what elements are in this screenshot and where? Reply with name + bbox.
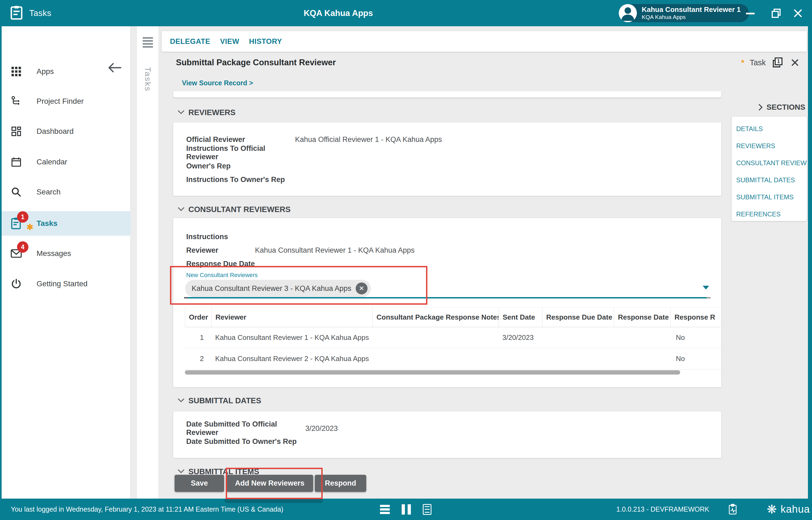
chip-remove-icon[interactable]: ✕ xyxy=(356,283,368,294)
column-header[interactable]: Consultant Package Response Notes xyxy=(372,308,499,327)
list-view-icon[interactable] xyxy=(380,505,390,514)
column-header[interactable]: Response Due Date xyxy=(542,308,614,327)
title-bar: Tasks KQA Kahua Apps Kahua Consultant Re… xyxy=(0,0,812,26)
sections-link-references[interactable]: REFERENCES xyxy=(732,206,807,223)
close-task-icon[interactable] xyxy=(789,57,800,68)
minimize-button[interactable] xyxy=(742,0,758,26)
task-meta: * Task 1 xyxy=(741,56,800,69)
split-view-icon[interactable] xyxy=(402,504,411,515)
sidebar-item-label: Search xyxy=(36,188,61,197)
window-title: KQA Kahua Apps xyxy=(304,0,373,26)
dropdown-caret-icon[interactable] xyxy=(703,286,709,289)
sections-link-submittal-dates[interactable]: SUBMITTAL DATES xyxy=(732,172,807,188)
table-row[interactable]: 1 Kahua Consultant Reviewer 1 - KQA Kahu… xyxy=(185,327,721,348)
avatar xyxy=(619,4,637,22)
task-menubar: DELEGATE VIEW HISTORY xyxy=(162,31,807,52)
field-value: 3/20/2023 xyxy=(305,424,338,433)
user-menu[interactable]: Kahua Consultant Reviewer 1 KQA Kahua Ap… xyxy=(619,4,749,22)
user-org: KQA Kahua Apps xyxy=(642,14,741,20)
respond-button[interactable]: Respond xyxy=(315,475,366,492)
tasks-panel-label[interactable]: Tasks xyxy=(143,67,152,92)
consultant-reviewers-card: Instructions ReviewerKahua Consultant Re… xyxy=(173,218,721,387)
field-label: Official Reviewer xyxy=(186,135,295,144)
consultant-reviewers-table: Order Reviewer Consultant Package Respon… xyxy=(185,307,721,369)
field-label: Date Submitted To Official Reviewer xyxy=(186,420,305,437)
field-label: Instructions To Owner's Rep xyxy=(186,176,295,184)
sidebar-item-tasks[interactable]: 1 ✱ Tasks xyxy=(2,211,131,236)
sections-nav-title[interactable]: SECTIONS xyxy=(758,103,805,111)
section-header-consultant-reviewers[interactable]: CONSULTANT REVIEWERS xyxy=(177,205,291,214)
table-row[interactable]: 2 Kahua Consultant Reviewer 2 - KQA Kahu… xyxy=(185,348,721,369)
sections-link-consultant-reviewers[interactable]: CONSULTANT REVIEW… xyxy=(732,154,807,172)
sidebar-item-search[interactable]: Search xyxy=(2,180,131,204)
search-icon xyxy=(10,186,23,198)
page-title: Submittal Package Consultant Reviewer xyxy=(176,58,336,68)
sidebar-item-dashboard[interactable]: Dashboard xyxy=(2,119,131,144)
column-header[interactable]: Reviewer xyxy=(212,308,372,327)
sidebar-item-label: Tasks xyxy=(36,219,57,228)
section-header-reviewers[interactable]: REVIEWERS xyxy=(177,108,235,117)
field-label: Instructions To Official Reviewer xyxy=(186,145,295,161)
required-marker: * xyxy=(741,58,744,67)
sections-link-reviewers[interactable]: REVIEWERS xyxy=(732,137,807,154)
restore-button[interactable] xyxy=(768,0,784,26)
panel-menu-icon[interactable] xyxy=(143,37,153,49)
menu-delegate[interactable]: DELEGATE xyxy=(170,37,210,46)
tasks-badge: 1 xyxy=(17,211,28,223)
menu-view[interactable]: VIEW xyxy=(220,37,239,46)
add-new-reviewers-button[interactable]: Add New Reviewers xyxy=(226,475,313,492)
sidebar-item-label: Calendar xyxy=(36,158,67,166)
section-header-submittal-dates[interactable]: SUBMITTAL DATES xyxy=(177,396,261,405)
field-label: Date Submitted To Owner's Rep xyxy=(186,437,305,446)
scrollbar-thumb[interactable] xyxy=(185,370,680,374)
chevron-down-icon xyxy=(177,110,185,115)
field-label: Reviewer xyxy=(186,246,255,255)
column-header[interactable]: Response R xyxy=(670,308,721,327)
sidebar-item-label: Dashboard xyxy=(36,127,74,136)
diagnostics-clipboard-icon[interactable] xyxy=(728,499,737,520)
sections-link-details[interactable]: DETAILS xyxy=(732,120,807,137)
sidebar-item-label: Getting Started xyxy=(36,280,87,288)
chevron-down-icon xyxy=(177,469,185,474)
right-edge-accent xyxy=(808,26,812,499)
chevron-right-icon xyxy=(758,104,763,111)
combobox-underline xyxy=(184,297,710,298)
sidebar-item-label: Project Finder xyxy=(36,97,84,106)
column-header[interactable]: Order xyxy=(185,308,212,327)
reviewers-card: Official ReviewerKahua Official Reviewer… xyxy=(173,123,721,196)
sections-link-submittal-items[interactable]: SUBMITTAL ITEMS xyxy=(732,188,807,206)
log-view-icon[interactable] xyxy=(423,504,431,515)
chevron-down-icon xyxy=(177,398,185,403)
save-button[interactable]: Save xyxy=(175,475,224,492)
last-login-message: You last logged in Wednesday, February 1… xyxy=(11,499,283,520)
tasks-panel-strip: Tasks xyxy=(137,26,158,499)
chip-label: Kahua Consultant Reviewer 3 - KQA Kahua … xyxy=(192,284,351,293)
close-window-button[interactable] xyxy=(790,0,806,26)
sidebar-item-getting-started[interactable]: Getting Started xyxy=(2,271,131,296)
table-horizontal-scrollbar[interactable] xyxy=(185,370,721,374)
column-header[interactable]: Sent Date xyxy=(499,308,542,327)
power-icon xyxy=(10,278,23,290)
tasks-new-marker: ✱ xyxy=(27,223,33,232)
sections-nav-card: DETAILS REVIEWERS CONSULTANT REVIEW… SUB… xyxy=(732,116,807,221)
column-header[interactable]: Response Date xyxy=(614,308,670,327)
kahua-logo: ❋ kahua xyxy=(767,499,810,520)
kahua-snowflake-icon: ❋ xyxy=(767,503,777,515)
project-finder-icon xyxy=(10,95,23,107)
sidebar-item-messages[interactable]: 4 Messages xyxy=(2,241,131,266)
sidebar-item-apps[interactable]: Apps xyxy=(2,59,131,84)
app-title: Tasks xyxy=(29,8,51,18)
chevron-down-icon xyxy=(177,207,185,212)
view-source-record-link[interactable]: View Source Record > xyxy=(182,79,253,87)
sidebar-item-calendar[interactable]: Calendar xyxy=(2,150,131,174)
field-value: Kahua Official Reviewer 1 - KQA Kahua Ap… xyxy=(295,135,442,144)
apps-grid-icon xyxy=(10,65,23,78)
version-label: 1.0.0.213 - DEVFRAMEWORK xyxy=(616,499,709,520)
user-name: Kahua Consultant Reviewer 1 xyxy=(642,6,741,14)
stacked-windows-icon[interactable]: 1 xyxy=(771,56,784,69)
sidebar-item-label: Messages xyxy=(36,249,71,258)
reviewer-chip[interactable]: Kahua Consultant Reviewer 3 - KQA Kahua … xyxy=(185,280,371,297)
tasks-clipboard-icon xyxy=(10,5,23,21)
menu-history[interactable]: HISTORY xyxy=(249,37,282,46)
sidebar-item-project-finder[interactable]: Project Finder xyxy=(2,89,131,113)
